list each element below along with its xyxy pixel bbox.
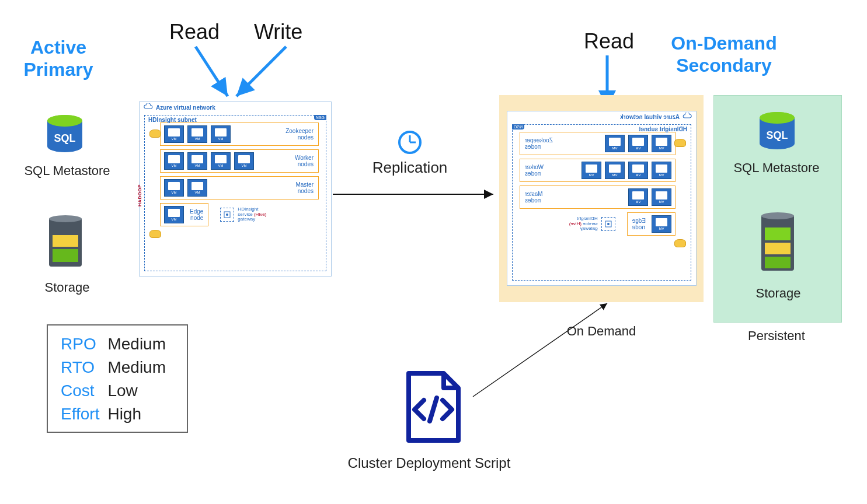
subnet-label: HDInsight subnet — [148, 117, 197, 123]
title-ondemand-secondary: On-DemandSecondary — [657, 32, 791, 77]
gateway-icon — [601, 217, 615, 231]
subnet-box: HDInsight subnet NSG VM VM VM Zookeepern… — [512, 124, 691, 281]
svg-line-0 — [196, 47, 228, 96]
sql-database-icon-left: SQL — [44, 114, 86, 162]
worker-row: VM VM VM VM Workernodes — [160, 149, 319, 173]
metric-key-effort: Effort — [61, 402, 107, 426]
metric-key-rpo: RPO — [61, 332, 107, 356]
metrics-table: RPOMedium RTOMedium CostLow EffortHigh — [61, 332, 174, 426]
title-active-primary: ActivePrimary — [18, 36, 99, 81]
sql-database-icon-right: SQL — [756, 111, 798, 159]
nsg-badge: NSG — [512, 124, 524, 130]
svg-point-6 — [49, 215, 82, 222]
svg-rect-8 — [53, 249, 78, 262]
cloud-icon — [143, 103, 154, 110]
storage-icon-left — [46, 213, 85, 274]
metric-val-effort: High — [107, 402, 174, 426]
metric-key-rto: RTO — [61, 356, 107, 379]
caption-storage-left: Storage — [41, 280, 93, 295]
vnet-label: Azure virtual network — [156, 104, 215, 111]
svg-point-21 — [761, 212, 794, 219]
sql-text: SQL — [54, 132, 75, 144]
master-row: VM VM Masternodes — [160, 176, 319, 200]
master-row: VM VM Masternodes — [520, 186, 676, 209]
gateway: HDInsight service (Hive) gateway — [220, 207, 266, 222]
worker-row: VM VM VM VM Workernodes — [520, 159, 676, 182]
arrow-script-to-cluster — [467, 292, 619, 408]
metrics-box: RPOMedium RTOMedium CostLow EffortHigh — [47, 324, 188, 433]
hadoop-elephant-icon — [674, 239, 686, 247]
clock-icon — [397, 130, 423, 155]
svg-rect-23 — [765, 243, 791, 254]
caption-persistent: Persistent — [736, 328, 817, 344]
arrow-write-left — [231, 41, 301, 105]
hadoop-elephant-icon — [149, 130, 161, 138]
arrow-replication — [330, 186, 499, 203]
svg-point-4 — [47, 115, 82, 127]
metric-val-cost: Low — [107, 379, 174, 402]
metric-val-rpo: Medium — [107, 332, 174, 356]
cluster-primary: Azure virtual network HDInsight subnet N… — [139, 102, 332, 276]
hadoop-label: HADOOP — [137, 184, 142, 206]
metric-key-cost: Cost — [61, 379, 107, 402]
caption-replication: Replication — [369, 159, 451, 177]
code-file-icon — [397, 368, 467, 452]
svg-point-18 — [760, 112, 795, 124]
vnet-label: Azure virtual network — [620, 114, 680, 120]
svg-rect-24 — [765, 257, 791, 268]
svg-point-16 — [607, 223, 610, 225]
zookeeper-row: VM VM VM Zookeepernodes — [520, 132, 676, 155]
svg-line-26 — [473, 303, 607, 397]
cloud-icon — [682, 113, 692, 120]
gateway-icon — [220, 208, 234, 222]
hadoop-elephant-icon — [149, 230, 161, 238]
svg-point-10 — [226, 214, 228, 216]
cluster-secondary: Azure virtual network HDInsight subnet N… — [507, 111, 697, 286]
subnet-box: HDInsight subnet NSG HADOOP VM VM VM Zoo… — [144, 115, 326, 271]
edge-group: VM Edgenode — [160, 203, 208, 226]
nsg-badge: NSG — [314, 115, 326, 120]
caption-storage-right: Storage — [752, 286, 805, 301]
svg-rect-22 — [765, 228, 791, 240]
gateway: HDInsight service (Hive) gateway — [569, 216, 615, 232]
zookeeper-row: VM VM VM Zookeepernodes — [160, 123, 319, 146]
subnet-label: HDInsight subnet — [639, 126, 687, 132]
caption-sql-left: SQL Metastore — [23, 163, 111, 178]
metric-val-rto: Medium — [107, 356, 174, 379]
caption-cluster-script: Cluster Deployment Script — [336, 455, 523, 471]
edge-group: VM Edgenode — [627, 212, 676, 236]
storage-icon-right — [758, 210, 798, 276]
svg-text:SQL: SQL — [766, 130, 788, 141]
svg-line-1 — [236, 47, 286, 96]
svg-rect-7 — [53, 235, 78, 247]
label-read-right: Read — [584, 29, 634, 54]
caption-sql-right: SQL Metastore — [733, 160, 820, 176]
hadoop-elephant-icon — [674, 139, 686, 147]
